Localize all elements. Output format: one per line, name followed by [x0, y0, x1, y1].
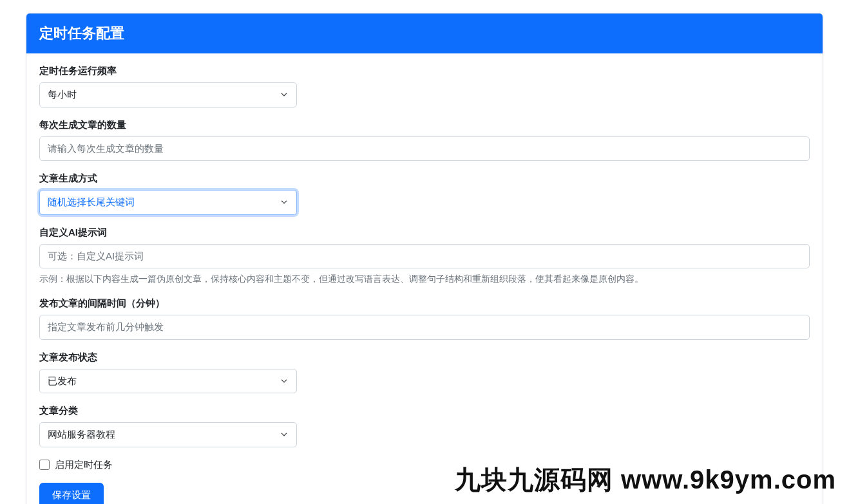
help-ai-prompt: 示例：根据以下内容生成一篇伪原创文章，保持核心内容和主题不变，但通过改写语言表达… — [39, 272, 810, 286]
input-article-count[interactable] — [39, 136, 810, 162]
field-generate-method: 文章生成方式 随机选择长尾关键词 — [39, 173, 810, 215]
label-ai-prompt: 自定义AI提示词 — [39, 227, 810, 239]
config-card: 定时任务配置 定时任务运行频率 每小时 每次生成文章的数量 文章生成方式 随机选… — [26, 13, 823, 504]
card-body: 定时任务运行频率 每小时 每次生成文章的数量 文章生成方式 随机选择长尾关键词 … — [26, 53, 823, 504]
field-category: 文章分类 网站服务器教程 — [39, 405, 810, 447]
label-generate-method: 文章生成方式 — [39, 173, 810, 185]
select-category[interactable]: 网站服务器教程 — [39, 422, 297, 447]
card-header: 定时任务配置 — [26, 14, 823, 53]
select-publish-status[interactable]: 已发布 — [39, 369, 297, 394]
field-frequency: 定时任务运行频率 每小时 — [39, 65, 810, 107]
checkbox-enable-task[interactable] — [39, 460, 50, 470]
field-publish-status: 文章发布状态 已发布 — [39, 351, 810, 394]
label-interval: 发布文章的间隔时间（分钟） — [39, 297, 810, 310]
field-interval: 发布文章的间隔时间（分钟） — [39, 297, 810, 340]
select-frequency[interactable]: 每小时 — [39, 82, 297, 107]
field-enable-task: 启用定时任务 — [39, 459, 810, 471]
label-publish-status: 文章发布状态 — [39, 351, 810, 364]
card-title: 定时任务配置 — [39, 25, 124, 41]
input-interval[interactable] — [39, 315, 810, 340]
input-ai-prompt[interactable] — [39, 244, 810, 269]
label-article-count: 每次生成文章的数量 — [39, 119, 810, 131]
select-generate-method[interactable]: 随机选择长尾关键词 — [39, 190, 297, 215]
field-article-count: 每次生成文章的数量 — [39, 119, 810, 162]
field-ai-prompt: 自定义AI提示词 示例：根据以下内容生成一篇伪原创文章，保持核心内容和主题不变，… — [39, 227, 810, 286]
label-enable-task: 启用定时任务 — [55, 459, 113, 471]
label-category: 文章分类 — [39, 405, 810, 417]
label-frequency: 定时任务运行频率 — [39, 65, 810, 77]
save-button[interactable]: 保存设置 — [39, 483, 104, 505]
